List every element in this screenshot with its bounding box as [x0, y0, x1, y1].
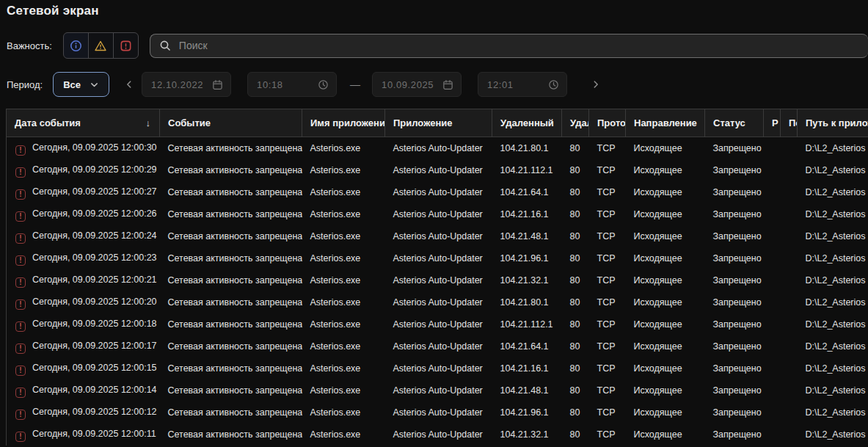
- error-severity-icon: !: [15, 145, 26, 156]
- column-header-app[interactable]: Приложение: [385, 109, 492, 137]
- cell-status: Запрещено: [705, 247, 764, 269]
- cell-process: Asterios.exe: [302, 203, 385, 225]
- event-row[interactable]: !Сегодня, 09.09.2025 12:00:26Сетевая акт…: [7, 203, 868, 225]
- event-row[interactable]: !Сегодня, 09.09.2025 12:00:12Сетевая акт…: [7, 401, 868, 424]
- cell-path: D:\L2_Asterios: [798, 181, 868, 203]
- event-row[interactable]: !Сегодня, 09.09.2025 12:00:17Сетевая акт…: [7, 335, 868, 357]
- cell-path: D:\L2_Asterios: [798, 335, 868, 357]
- date-from-value: 12.10.2022: [151, 79, 203, 90]
- search-box[interactable]: [150, 34, 868, 58]
- cell-app: Asterios Auto-Updater: [385, 159, 492, 181]
- period-prev-button[interactable]: [121, 79, 137, 90]
- cell-event: Сетевая активность запрещена: [160, 313, 302, 335]
- cell-p1: [764, 424, 781, 446]
- event-row[interactable]: !Сегодня, 09.09.2025 12:00:20Сетевая акт…: [7, 291, 868, 313]
- cell-path: D:\L2_Asterios: [798, 313, 868, 335]
- column-header-event[interactable]: Событие: [160, 109, 302, 137]
- search-input[interactable]: [178, 39, 861, 52]
- cell-p2: [781, 203, 798, 225]
- calendar-icon[interactable]: [442, 79, 453, 90]
- clock-icon[interactable]: [318, 79, 329, 90]
- cell-p1: [764, 181, 781, 203]
- cell-port: 80: [562, 137, 589, 159]
- event-row[interactable]: !Сегодня, 09.09.2025 12:00:30Сетевая акт…: [7, 137, 868, 159]
- column-header-direction[interactable]: Направление: [626, 109, 705, 137]
- cell-process: Asterios.exe: [302, 357, 385, 379]
- date-range-separator: —: [350, 79, 360, 90]
- time-to-input[interactable]: 12:01: [478, 72, 567, 97]
- cell-process: Asterios.exe: [302, 181, 385, 203]
- cell-port: 80: [562, 159, 589, 181]
- event-row[interactable]: !Сегодня, 09.09.2025 12:00:27Сетевая акт…: [7, 181, 868, 203]
- cell-date: !Сегодня, 09.09.2025 12:00:24: [7, 225, 160, 247]
- period-next-button[interactable]: [588, 79, 604, 90]
- event-row[interactable]: !Сегодня, 09.09.2025 12:00:21Сетевая акт…: [7, 269, 868, 291]
- cell-app: Asterios Auto-Updater: [385, 379, 492, 401]
- column-header-date[interactable]: Дата события↓: [7, 109, 160, 137]
- cell-port: 80: [562, 181, 589, 203]
- error-severity-icon: !: [15, 299, 26, 310]
- events-table-container: Дата события↓СобытиеИмя приложениПриложе…: [6, 109, 868, 446]
- period-preset-dropdown[interactable]: Все: [53, 72, 109, 97]
- cell-protocol: TCP: [589, 225, 626, 247]
- column-header-p2[interactable]: По: [781, 109, 798, 137]
- sort-desc-icon[interactable]: ↓: [146, 117, 157, 128]
- severity-info-button[interactable]: [63, 32, 89, 59]
- event-date: Сегодня, 09.09.2025 12:00:29: [32, 164, 157, 175]
- cell-ip: 104.21.64.1: [492, 181, 562, 203]
- event-row[interactable]: !Сегодня, 09.09.2025 12:00:18Сетевая акт…: [7, 313, 868, 335]
- cell-event: Сетевая активность запрещена: [160, 335, 302, 357]
- date-to-input[interactable]: 10.09.2025: [372, 72, 462, 97]
- cell-event: Сетевая активность запрещена: [160, 137, 302, 159]
- column-header-port[interactable]: Удал: [562, 109, 589, 137]
- event-row[interactable]: !Сегодня, 09.09.2025 12:00:15Сетевая акт…: [7, 357, 868, 379]
- cell-date: !Сегодня, 09.09.2025 12:00:12: [7, 401, 160, 424]
- cell-ip: 104.21.112.1: [492, 159, 562, 181]
- time-from-input[interactable]: 10:18: [247, 72, 337, 97]
- event-row[interactable]: !Сегодня, 09.09.2025 12:00:23Сетевая акт…: [7, 247, 868, 269]
- error-severity-icon: !: [15, 189, 26, 200]
- column-header-p1[interactable]: Р: [764, 109, 781, 137]
- clock-icon[interactable]: [548, 79, 559, 90]
- cell-status: Запрещено: [705, 379, 764, 401]
- chevron-left-icon: [124, 79, 134, 90]
- cell-date: !Сегодня, 09.09.2025 12:00:21: [7, 269, 160, 291]
- cell-protocol: TCP: [589, 313, 626, 335]
- cell-app: Asterios Auto-Updater: [385, 291, 492, 313]
- event-row[interactable]: !Сегодня, 09.09.2025 12:00:29Сетевая акт…: [7, 159, 868, 181]
- cell-date: !Сегодня, 09.09.2025 12:00:26: [7, 203, 160, 225]
- cell-date: !Сегодня, 09.09.2025 12:00:17: [7, 335, 160, 357]
- event-row[interactable]: !Сегодня, 09.09.2025 12:00:14Сетевая акт…: [7, 379, 868, 401]
- cell-event: Сетевая активность запрещена: [160, 291, 302, 313]
- date-from-input[interactable]: 12.10.2022: [142, 72, 231, 97]
- event-row[interactable]: !Сегодня, 09.09.2025 12:00:11Сетевая акт…: [7, 424, 868, 446]
- cell-p2: [781, 335, 798, 357]
- cell-ip: 104.21.80.1: [492, 291, 562, 313]
- cell-port: 80: [562, 357, 589, 379]
- column-header-ip[interactable]: Удаленный: [492, 109, 562, 137]
- severity-error-button[interactable]: [113, 32, 139, 59]
- cell-port: 80: [562, 291, 589, 313]
- cell-process: Asterios.exe: [302, 424, 385, 446]
- event-row[interactable]: !Сегодня, 09.09.2025 12:00:24Сетевая акт…: [7, 225, 868, 247]
- column-header-status[interactable]: Статус: [705, 109, 764, 137]
- calendar-icon[interactable]: [212, 79, 223, 90]
- cell-app: Asterios Auto-Updater: [385, 247, 492, 269]
- column-header-path[interactable]: Путь к прилож: [798, 109, 868, 137]
- cell-protocol: TCP: [589, 203, 626, 225]
- cell-p1: [764, 203, 781, 225]
- cell-event: Сетевая активность запрещена: [160, 225, 302, 247]
- cell-direction: Исходящее: [626, 291, 705, 313]
- time-to-value: 12:01: [487, 79, 514, 90]
- cell-direction: Исходящее: [626, 159, 705, 181]
- event-date: Сегодня, 09.09.2025 12:00:18: [32, 319, 157, 329]
- cell-p2: [781, 291, 798, 313]
- cell-protocol: TCP: [589, 335, 626, 357]
- severity-warning-button[interactable]: [88, 32, 114, 59]
- cell-path: D:\L2_Asterios: [798, 159, 868, 181]
- column-header-protocol[interactable]: Прото: [589, 109, 626, 137]
- column-header-process[interactable]: Имя приложени: [302, 109, 385, 137]
- cell-protocol: TCP: [589, 424, 626, 446]
- error-severity-icon: !: [15, 233, 26, 244]
- cell-p2: [781, 159, 798, 181]
